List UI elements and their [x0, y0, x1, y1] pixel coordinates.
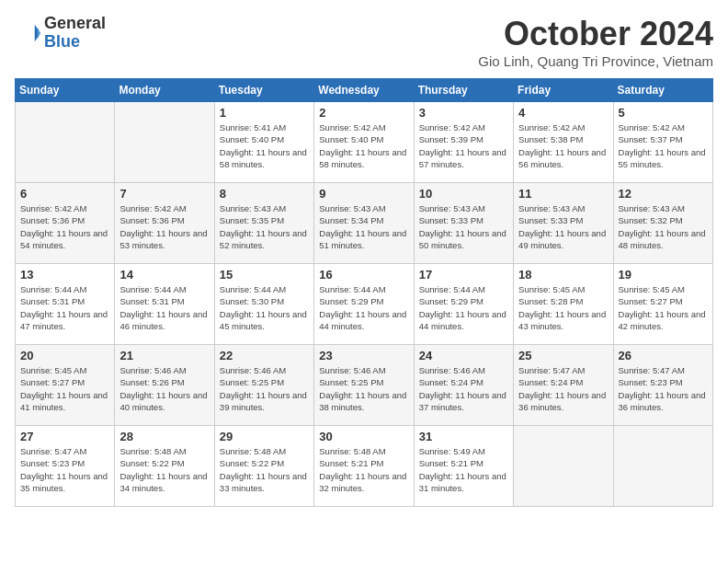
header-thursday: Thursday — [414, 79, 513, 102]
logo: General Blue — [15, 15, 106, 52]
day-number: 1 — [220, 106, 309, 120]
calendar-cell: 4Sunrise: 5:42 AMSunset: 5:38 PMDaylight… — [514, 102, 613, 183]
day-info: Sunrise: 5:48 AMSunset: 5:22 PMDaylight:… — [119, 445, 209, 494]
day-number: 2 — [319, 106, 408, 120]
calendar-week-row: 13Sunrise: 5:44 AMSunset: 5:31 PMDayligh… — [16, 264, 713, 345]
day-info: Sunrise: 5:42 AMSunset: 5:38 PMDaylight:… — [518, 121, 608, 170]
calendar-cell: 23Sunrise: 5:46 AMSunset: 5:25 PMDayligh… — [314, 345, 414, 426]
day-info: Sunrise: 5:47 AMSunset: 5:24 PMDaylight:… — [518, 364, 608, 413]
logo-general: General — [44, 15, 106, 33]
header-friday: Friday — [514, 79, 613, 102]
day-number: 12 — [619, 187, 708, 201]
calendar-cell — [16, 102, 115, 183]
day-info: Sunrise: 5:46 AMSunset: 5:25 PMDaylight:… — [319, 364, 408, 413]
header-tuesday: Tuesday — [214, 79, 313, 102]
calendar-cell: 7Sunrise: 5:42 AMSunset: 5:36 PMDaylight… — [115, 183, 214, 264]
day-info: Sunrise: 5:42 AMSunset: 5:36 PMDaylight:… — [20, 202, 109, 251]
logo-blue: Blue — [44, 33, 106, 52]
calendar-cell: 28Sunrise: 5:48 AMSunset: 5:22 PMDayligh… — [115, 426, 214, 507]
day-info: Sunrise: 5:42 AMSunset: 5:36 PMDaylight:… — [119, 202, 209, 251]
calendar-cell: 11Sunrise: 5:43 AMSunset: 5:33 PMDayligh… — [514, 183, 613, 264]
calendar-cell: 26Sunrise: 5:47 AMSunset: 5:23 PMDayligh… — [613, 345, 712, 426]
day-info: Sunrise: 5:43 AMSunset: 5:34 PMDaylight:… — [319, 202, 408, 251]
calendar-cell: 30Sunrise: 5:48 AMSunset: 5:21 PMDayligh… — [314, 426, 414, 507]
calendar-cell: 9Sunrise: 5:43 AMSunset: 5:34 PMDaylight… — [314, 183, 414, 264]
logo-icon — [15, 20, 40, 46]
day-number: 23 — [319, 349, 408, 362]
day-info: Sunrise: 5:42 AMSunset: 5:39 PMDaylight:… — [419, 121, 508, 170]
calendar-cell: 22Sunrise: 5:46 AMSunset: 5:25 PMDayligh… — [214, 345, 313, 426]
calendar-cell: 18Sunrise: 5:45 AMSunset: 5:28 PMDayligh… — [514, 264, 613, 345]
calendar-cell: 3Sunrise: 5:42 AMSunset: 5:39 PMDaylight… — [414, 102, 513, 183]
day-number: 30 — [319, 430, 408, 443]
svg-marker-1 — [38, 28, 40, 39]
day-number: 31 — [419, 430, 508, 443]
day-info: Sunrise: 5:47 AMSunset: 5:23 PMDaylight:… — [619, 364, 708, 413]
calendar-cell: 24Sunrise: 5:46 AMSunset: 5:24 PMDayligh… — [414, 345, 513, 426]
day-info: Sunrise: 5:44 AMSunset: 5:29 PMDaylight:… — [419, 283, 508, 332]
day-info: Sunrise: 5:43 AMSunset: 5:32 PMDaylight:… — [619, 202, 708, 251]
calendar-cell: 19Sunrise: 5:45 AMSunset: 5:27 PMDayligh… — [613, 264, 712, 345]
calendar-cell: 2Sunrise: 5:42 AMSunset: 5:40 PMDaylight… — [314, 102, 414, 183]
day-number: 6 — [20, 187, 109, 201]
page-header: General Blue October 2024 Gio Linh, Quan… — [15, 15, 713, 69]
day-number: 29 — [220, 430, 309, 443]
day-number: 5 — [619, 106, 708, 120]
day-number: 15 — [220, 268, 309, 282]
calendar-cell: 27Sunrise: 5:47 AMSunset: 5:23 PMDayligh… — [16, 426, 115, 507]
calendar-week-row: 6Sunrise: 5:42 AMSunset: 5:36 PMDaylight… — [16, 183, 713, 264]
day-number: 14 — [119, 268, 209, 282]
day-info: Sunrise: 5:45 AMSunset: 5:28 PMDaylight:… — [518, 283, 608, 332]
header-saturday: Saturday — [613, 79, 712, 102]
calendar-cell: 1Sunrise: 5:41 AMSunset: 5:40 PMDaylight… — [214, 102, 313, 183]
day-info: Sunrise: 5:49 AMSunset: 5:21 PMDaylight:… — [419, 445, 508, 494]
day-number: 18 — [518, 268, 608, 282]
logo-text: General Blue — [44, 15, 106, 52]
day-info: Sunrise: 5:47 AMSunset: 5:23 PMDaylight:… — [20, 445, 109, 494]
day-number: 20 — [20, 349, 109, 362]
calendar-cell: 21Sunrise: 5:46 AMSunset: 5:26 PMDayligh… — [115, 345, 214, 426]
day-info: Sunrise: 5:46 AMSunset: 5:26 PMDaylight:… — [119, 364, 209, 413]
calendar-week-row: 20Sunrise: 5:45 AMSunset: 5:27 PMDayligh… — [16, 345, 713, 426]
day-number: 26 — [619, 349, 708, 362]
calendar-cell: 10Sunrise: 5:43 AMSunset: 5:33 PMDayligh… — [414, 183, 513, 264]
title-block: October 2024 Gio Linh, Quang Tri Provinc… — [478, 15, 713, 69]
day-info: Sunrise: 5:46 AMSunset: 5:24 PMDaylight:… — [419, 364, 508, 413]
day-info: Sunrise: 5:43 AMSunset: 5:33 PMDaylight:… — [518, 202, 608, 251]
day-number: 4 — [518, 106, 608, 120]
calendar-cell — [514, 426, 613, 507]
day-number: 9 — [319, 187, 408, 201]
day-info: Sunrise: 5:45 AMSunset: 5:27 PMDaylight:… — [20, 364, 109, 413]
day-number: 22 — [220, 349, 309, 362]
calendar-cell: 15Sunrise: 5:44 AMSunset: 5:30 PMDayligh… — [214, 264, 313, 345]
calendar-cell — [613, 426, 712, 507]
day-info: Sunrise: 5:44 AMSunset: 5:30 PMDaylight:… — [220, 283, 309, 332]
day-number: 19 — [619, 268, 708, 282]
calendar-cell: 8Sunrise: 5:43 AMSunset: 5:35 PMDaylight… — [214, 183, 313, 264]
calendar-cell: 31Sunrise: 5:49 AMSunset: 5:21 PMDayligh… — [414, 426, 513, 507]
day-number: 28 — [119, 430, 209, 443]
header-sunday: Sunday — [16, 79, 115, 102]
calendar-cell: 20Sunrise: 5:45 AMSunset: 5:27 PMDayligh… — [16, 345, 115, 426]
day-number: 8 — [220, 187, 309, 201]
day-info: Sunrise: 5:46 AMSunset: 5:25 PMDaylight:… — [220, 364, 309, 413]
calendar-cell: 13Sunrise: 5:44 AMSunset: 5:31 PMDayligh… — [16, 264, 115, 345]
day-number: 13 — [20, 268, 109, 282]
calendar-cell — [115, 102, 214, 183]
day-number: 17 — [419, 268, 508, 282]
calendar-cell: 16Sunrise: 5:44 AMSunset: 5:29 PMDayligh… — [314, 264, 414, 345]
day-number: 24 — [419, 349, 508, 362]
day-info: Sunrise: 5:44 AMSunset: 5:29 PMDaylight:… — [319, 283, 408, 332]
calendar-cell: 17Sunrise: 5:44 AMSunset: 5:29 PMDayligh… — [414, 264, 513, 345]
day-number: 10 — [419, 187, 508, 201]
day-info: Sunrise: 5:44 AMSunset: 5:31 PMDaylight:… — [119, 283, 209, 332]
day-info: Sunrise: 5:48 AMSunset: 5:21 PMDaylight:… — [319, 445, 408, 494]
calendar-cell: 6Sunrise: 5:42 AMSunset: 5:36 PMDaylight… — [16, 183, 115, 264]
calendar-cell: 25Sunrise: 5:47 AMSunset: 5:24 PMDayligh… — [514, 345, 613, 426]
calendar-cell: 14Sunrise: 5:44 AMSunset: 5:31 PMDayligh… — [115, 264, 214, 345]
calendar-cell: 29Sunrise: 5:48 AMSunset: 5:22 PMDayligh… — [214, 426, 313, 507]
day-info: Sunrise: 5:42 AMSunset: 5:37 PMDaylight:… — [619, 121, 708, 170]
calendar-header-row: SundayMondayTuesdayWednesdayThursdayFrid… — [16, 79, 713, 102]
day-number: 7 — [119, 187, 209, 201]
day-info: Sunrise: 5:45 AMSunset: 5:27 PMDaylight:… — [619, 283, 708, 332]
